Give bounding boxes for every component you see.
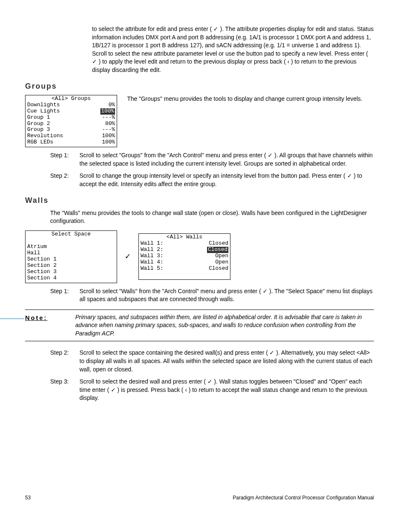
walls-desc: The "Walls" menu provides the tools to c… — [50, 209, 374, 225]
step-text: Scroll to select "Walls" from the "Arch … — [79, 287, 374, 304]
footer-title: Paradigm Architectural Control Processor… — [233, 494, 374, 501]
step-row: Step 1:Scroll to select "Walls" from the… — [50, 287, 374, 304]
note-label: Note: — [25, 313, 75, 322]
step-text: Scroll to change the group intensity lev… — [79, 172, 374, 188]
space-row: Section 2 — [27, 263, 115, 269]
step-label: Step 3: — [50, 378, 79, 402]
step-row: Step 1:Scroll to select "Groups" from th… — [50, 151, 374, 168]
select-space-title: Select Space — [27, 231, 115, 238]
note-block: Note: Primary spaces, and subspaces with… — [25, 309, 374, 342]
groups-heading: Groups — [25, 81, 374, 92]
space-row: Section 3 — [27, 269, 115, 275]
step-label: Step 1: — [50, 151, 79, 168]
select-space-screen: Select Space AtriumHallSection 1Section … — [25, 230, 117, 283]
step-text: Scroll to select the desired wall and pr… — [79, 378, 374, 402]
wall-row: Wall 3:Open — [141, 253, 228, 259]
space-row: Section 4 — [27, 275, 115, 281]
space-row: Atrium — [27, 244, 115, 250]
step-text: Scroll to select "Groups" from the "Arch… — [79, 151, 374, 168]
check-icon: ✓ — [125, 251, 131, 262]
groups-row: Cue Lights100% — [27, 108, 115, 115]
intro-paragraph: to select the attribute for edit and pre… — [92, 25, 374, 74]
groups-row: Group 3---% — [27, 127, 115, 133]
space-row — [27, 238, 115, 244]
groups-row: Group 280% — [27, 121, 115, 127]
space-row: Hall — [27, 250, 115, 256]
step-label: Step 2: — [50, 172, 79, 188]
step-label: Step 1: — [50, 287, 79, 304]
groups-row: Revolutions100% — [27, 133, 115, 139]
walls-screen: <All> Walls Wall 1:ClosedWall 2:ClosedWa… — [138, 233, 230, 280]
page-number: 53 — [25, 494, 31, 501]
note-text: Primary spaces, and subspaces within the… — [75, 313, 374, 338]
step-label: Step 2: — [50, 349, 79, 373]
wall-row: Wall 1:Closed — [141, 240, 228, 247]
groups-screen: <All> Groups Downlights0%Cue Lights100%G… — [25, 95, 117, 148]
groups-row: RGB LEDs100% — [27, 139, 115, 146]
groups-row: Downlights0% — [27, 102, 115, 108]
wall-row: Wall 2:Closed — [141, 247, 228, 253]
walls-screen-title: <All> Walls — [141, 234, 228, 240]
groups-row: Group 1---% — [27, 115, 115, 121]
groups-screen-title: <All> Groups — [27, 96, 115, 102]
step-row: Step 3:Scroll to select the desired wall… — [50, 378, 374, 402]
step-row: Step 2:Scroll to change the group intens… — [50, 172, 374, 188]
step-row: Step 2:Scroll to select the space contai… — [50, 349, 374, 373]
step-text: Scroll to select the space containing th… — [79, 349, 374, 373]
wall-row: Wall 4:Open — [141, 259, 228, 266]
groups-desc: The "Groups" menu provides the tools to … — [127, 95, 374, 103]
space-row: Section 1 — [27, 256, 115, 263]
note-connector — [0, 318, 24, 319]
wall-row: Wall 5:Closed — [141, 266, 228, 272]
walls-heading: Walls — [25, 195, 374, 206]
